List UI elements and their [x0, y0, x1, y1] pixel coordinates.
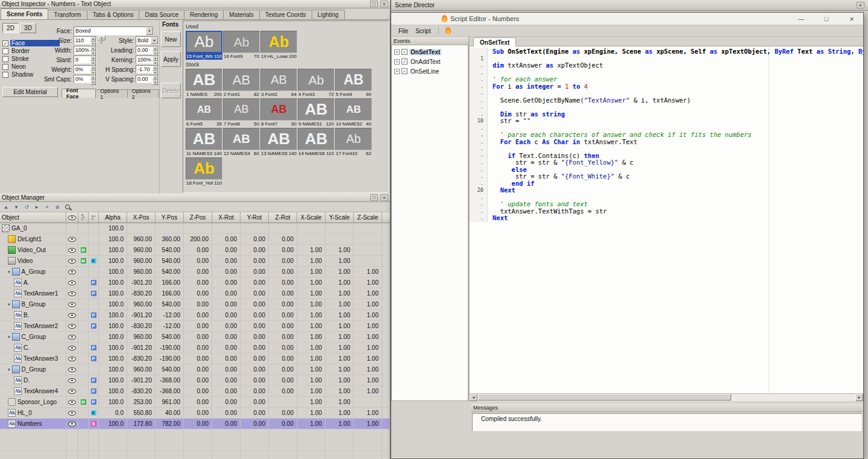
font-card-5[interactable]: AB5 Font490 [335, 69, 372, 98]
spinner-arrows[interactable]: ▲▼ [153, 56, 158, 63]
flag-m-badge[interactable]: M [81, 399, 86, 405]
chevron-down-icon[interactable] [146, 27, 153, 35]
object-manager-titlebar[interactable]: Object Manager [0, 194, 390, 202]
minimize-icon[interactable] [794, 14, 808, 24]
leading-input[interactable]: 0.00▲▼ [136, 46, 159, 54]
dock-icon[interactable] [370, 194, 378, 201]
spinner-arrows[interactable]: ▲▼ [90, 37, 96, 44]
expand-plus-icon[interactable]: + [394, 59, 400, 65]
expand-plus-icon[interactable]: + [394, 69, 400, 74]
font-card-17[interactable]: Ab17 Font1062 [335, 128, 372, 157]
arrow-up-icon[interactable]: ▲ [1, 203, 11, 211]
object-row-d-group[interactable]: ▾D_Group100.0960.00540.000.000.000.000.0… [0, 364, 390, 375]
font-card-2[interactable]: AB2 Font182 [223, 69, 260, 98]
object-row-ga-0[interactable]: GA_0100.0 [0, 223, 390, 234]
eye-icon[interactable] [68, 270, 76, 274]
object-row-video[interactable]: VideoMK100.0960.00540.000.000.000.000.00… [0, 256, 390, 267]
tab-transform[interactable]: Transform [48, 10, 87, 19]
eye-icon[interactable] [68, 259, 76, 264]
tab-onsettext[interactable]: OnSetText [473, 37, 516, 46]
object-row-b-group[interactable]: ▾B_Group100.0960.00540.000.000.000.000.0… [0, 299, 390, 310]
font-card-3[interactable]: AB3 Font264 [260, 69, 297, 98]
tab-scene-fonts[interactable]: Scene Fonts [1, 8, 48, 19]
spinner-arrows[interactable]: ▲▼ [153, 75, 158, 83]
flag-m-badge[interactable]: M [81, 247, 86, 253]
object-row-c-group[interactable]: ▾C_Group100.0960.00540.000.000.000.000.0… [0, 332, 390, 343]
eye-icon[interactable] [68, 389, 76, 394]
tab-options-1[interactable]: Options 1 [95, 89, 127, 98]
font-card-18[interactable]: Ab18 Font_Yell...110 [186, 157, 222, 186]
tab-rendering[interactable]: Rendering [184, 10, 224, 19]
object-row-hl-0[interactable]: AbHL_0K0.0550.8040.000.000.000.000.001.0… [0, 408, 390, 419]
flag-p-badge[interactable]: P [91, 291, 96, 296]
font-card-6[interactable]: AB6 Font535 [186, 98, 222, 127]
event-checkbox[interactable]: ✓ [401, 49, 407, 55]
chevron-down-icon[interactable] [151, 37, 158, 44]
font-card-4[interactable]: Ab4 Font372 [298, 69, 335, 98]
horizontal-scrollbar[interactable] [470, 393, 863, 401]
menu-file[interactable]: File [395, 27, 412, 36]
font-card-13[interactable]: AB13 NAMES5140 [260, 128, 297, 157]
code-line[interactable]: . txtAnswer.TextWithTags = str [470, 208, 863, 215]
face-dropdown[interactable]: Boxed [74, 27, 154, 36]
font-card-14[interactable]: AB14 NAMES6110 [298, 128, 335, 157]
eye-icon[interactable] [68, 346, 76, 350]
close-icon[interactable] [380, 1, 388, 7]
expand-plus-icon[interactable]: + [394, 49, 400, 55]
spin-up-icon[interactable]: ▲ [153, 46, 158, 51]
object-row-textanswer3[interactable]: AbTextAnswer3P100.0-830.20-190.000.000.0… [0, 353, 390, 364]
border-checkbox[interactable] [2, 48, 8, 54]
scroll-left-icon[interactable] [470, 394, 477, 401]
object-row-sponsor-logo[interactable]: Sponsor_LogoMP100.0253.00961.000.000.000… [0, 397, 390, 408]
arrow-right-icon[interactable]: ► [32, 203, 42, 211]
slant-input[interactable]: 0▲▼ [74, 55, 96, 64]
flag-m-badge[interactable]: M [81, 258, 86, 264]
spin-up-icon[interactable]: ▲ [90, 66, 96, 71]
tab-materials[interactable]: Materials [223, 10, 260, 19]
grid-icon[interactable]: ⊞ [52, 203, 62, 211]
expander-icon[interactable]: ▾ [8, 367, 10, 372]
font-card-10[interactable]: AB10 NAMES240 [335, 98, 372, 127]
font-card-7[interactable]: AB7 Font650 [223, 98, 260, 127]
spin-up-icon[interactable]: ▲ [90, 56, 96, 61]
spin-up-icon[interactable]: ▲ [153, 56, 158, 61]
apply-button[interactable]: Apply [161, 51, 181, 67]
eye-icon[interactable] [68, 411, 76, 416]
compile-button[interactable] [442, 26, 454, 36]
stroke-checkbox[interactable] [2, 56, 8, 62]
tab-data-source[interactable]: Data Source [139, 10, 184, 19]
spinner-arrows[interactable]: ▲▼ [90, 66, 96, 73]
font-card-11[interactable]: AB11 NAMES3140 [186, 128, 222, 157]
code-line[interactable]: 10 str = "" [470, 118, 863, 125]
maximize-icon[interactable] [820, 14, 833, 24]
font-card-1[interactable]: AB1 NAMES200 [186, 69, 222, 98]
close-icon[interactable] [857, 2, 864, 8]
font-card-16[interactable]: Ab16 Font970 [223, 31, 260, 60]
spin-up-icon[interactable]: ▲ [153, 75, 158, 80]
spinner-arrows[interactable]: ▲▼ [153, 66, 158, 73]
v-spacing-input[interactable]: 0.00▲▼ [136, 75, 159, 83]
expander-icon[interactable]: ▾ [8, 335, 10, 340]
tab-options-2[interactable]: Options 2 [127, 89, 159, 98]
object-row-c[interactable]: AbC.P100.0-901.20-190.000.000.000.000.00… [0, 343, 390, 353]
code-line[interactable]: . Scene.GetObjectByName("TextAnswer" & i… [470, 97, 863, 104]
delete-button[interactable]: Delete [161, 83, 181, 98]
object-row-video-out[interactable]: Video_OutM100.0960.00540.000.000.000.000… [0, 245, 390, 256]
kerning-input[interactable]: 100%▲▼ [136, 55, 159, 64]
event-checkbox[interactable]: ✓ [401, 59, 407, 65]
new-button[interactable]: New [161, 31, 181, 47]
script-editor-titlebar[interactable]: Script Editor - Numbers [391, 13, 863, 25]
flag-s-badge[interactable]: S [91, 421, 96, 426]
event-checkbox[interactable]: ✓ [401, 68, 407, 74]
size-input[interactable]: 110▲▼ [74, 36, 96, 45]
object-row-dirlight1[interactable]: DirLight1100.0960.00360.00200.000.000.00… [0, 234, 390, 245]
list-icon[interactable]: ≡ [42, 203, 52, 211]
scroll-right-icon[interactable] [855, 394, 863, 401]
flag-p-badge[interactable]: P [91, 345, 96, 350]
object-row-a-group[interactable]: ▾A_Group100.0960.00540.000.000.000.000.0… [0, 267, 390, 277]
event-onsetline[interactable]: +✓OnSetLine [392, 66, 468, 76]
spin-down-icon[interactable]: ▼ [153, 80, 158, 85]
spinner-arrows[interactable]: ▲▼ [90, 46, 96, 54]
spin-up-icon[interactable]: ▲ [90, 46, 96, 51]
flag-p-badge[interactable]: P [91, 280, 96, 285]
